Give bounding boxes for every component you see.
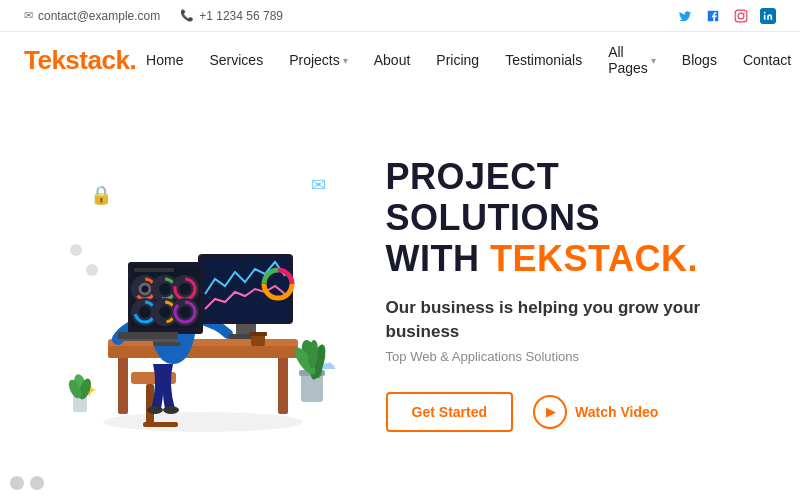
projects-dropdown-arrow: ▾ xyxy=(343,55,348,66)
svg-rect-8 xyxy=(143,422,178,427)
phone-contact: 📞 +1 1234 56 789 xyxy=(180,9,283,23)
facebook-icon[interactable] xyxy=(704,7,722,25)
svg-rect-5 xyxy=(118,349,128,414)
logo-text: Tekstack xyxy=(24,45,129,75)
nav-link-contact[interactable]: Contact xyxy=(733,46,800,74)
hero-section: 🔒 ✉ ☁ ✦ ✚ xyxy=(0,88,800,500)
nav-item-pricing[interactable]: Pricing xyxy=(426,46,489,74)
top-bar-left: ✉ contact@example.com 📞 +1 1234 56 789 xyxy=(24,9,283,23)
hero-title-line2: WITH xyxy=(386,238,490,279)
nav-link-allpages[interactable]: All Pages ▾ xyxy=(598,38,666,82)
logo[interactable]: Tekstack. xyxy=(24,45,136,76)
top-bar: ✉ contact@example.com 📞 +1 1234 56 789 xyxy=(0,0,800,32)
get-started-button[interactable]: Get Started xyxy=(386,392,513,432)
nav-links: Home Services Projects ▾ About Pricing T… xyxy=(136,38,800,82)
svg-point-12 xyxy=(147,406,163,414)
hero-title: PROJECT SOLUTIONS WITH TEKSTACK. xyxy=(386,156,740,280)
twitter-icon[interactable] xyxy=(676,7,694,25)
nav-link-projects[interactable]: Projects ▾ xyxy=(279,46,358,74)
svg-point-1 xyxy=(738,13,744,19)
nav-item-about[interactable]: About xyxy=(364,46,421,74)
nav-item-blogs[interactable]: Blogs xyxy=(672,46,727,74)
hero-illustration: 🔒 ✉ ☁ ✦ ✚ xyxy=(60,154,346,434)
hero-subtext: Top Web & Applications Solutions xyxy=(386,349,740,364)
svg-rect-0 xyxy=(735,10,747,22)
svg-rect-17 xyxy=(201,257,290,321)
hero-title-accent: TEKSTACK. xyxy=(490,238,698,279)
hero-content: PROJECT SOLUTIONS WITH TEKSTACK. Our bus… xyxy=(346,156,740,433)
svg-rect-42 xyxy=(121,339,176,341)
nav-link-about[interactable]: About xyxy=(364,46,421,74)
nav-item-services[interactable]: Services xyxy=(199,46,273,74)
nav-item-testimonials[interactable]: Testimonials xyxy=(495,46,592,74)
svg-rect-6 xyxy=(278,349,288,414)
watch-video-label: Watch Video xyxy=(575,404,658,420)
email-contact: ✉ contact@example.com xyxy=(24,9,160,23)
linkedin-icon[interactable] xyxy=(760,8,776,24)
logo-dot: . xyxy=(129,45,136,75)
nav-item-home[interactable]: Home xyxy=(136,46,193,74)
svg-rect-10 xyxy=(108,346,298,358)
phone-icon: 📞 xyxy=(180,9,194,22)
svg-rect-27 xyxy=(134,268,174,272)
hero-title-line1: PROJECT SOLUTIONS xyxy=(386,156,601,238)
nav-item-projects[interactable]: Projects ▾ xyxy=(279,46,358,74)
email-icon: ✉ xyxy=(24,9,33,22)
phone-text: +1 1234 56 789 xyxy=(199,9,283,23)
svg-rect-41 xyxy=(118,332,178,339)
gray-circle-1 xyxy=(10,476,24,490)
nav-item-allpages[interactable]: All Pages ▾ xyxy=(598,38,666,82)
svg-point-13 xyxy=(163,406,179,414)
gray-circle-2 xyxy=(30,476,44,490)
social-icons xyxy=(676,7,776,25)
nav-link-home[interactable]: Home xyxy=(136,46,193,74)
svg-point-4 xyxy=(103,412,303,432)
hero-subtitle: Our business is helping you grow your bu… xyxy=(386,296,740,344)
navbar: Tekstack. Home Services Projects ▾ About… xyxy=(0,32,800,88)
play-icon: ▶ xyxy=(533,395,567,429)
nav-link-blogs[interactable]: Blogs xyxy=(672,46,727,74)
svg-point-2 xyxy=(744,12,745,13)
hero-buttons: Get Started ▶ Watch Video xyxy=(386,392,740,432)
illustration-wrap xyxy=(43,154,363,434)
svg-rect-44 xyxy=(249,332,267,336)
nav-link-services[interactable]: Services xyxy=(199,46,273,74)
instagram-icon[interactable] xyxy=(732,7,750,25)
svg-rect-26 xyxy=(153,342,181,346)
nav-item-contact[interactable]: Contact xyxy=(733,46,800,74)
email-text: contact@example.com xyxy=(38,9,160,23)
nav-link-testimonials[interactable]: Testimonials xyxy=(495,46,592,74)
bottom-decorative-circles xyxy=(10,476,44,490)
svg-point-3 xyxy=(764,11,766,13)
allpages-dropdown-arrow: ▾ xyxy=(651,55,656,66)
watch-video-button[interactable]: ▶ Watch Video xyxy=(533,395,658,429)
nav-link-pricing[interactable]: Pricing xyxy=(426,46,489,74)
